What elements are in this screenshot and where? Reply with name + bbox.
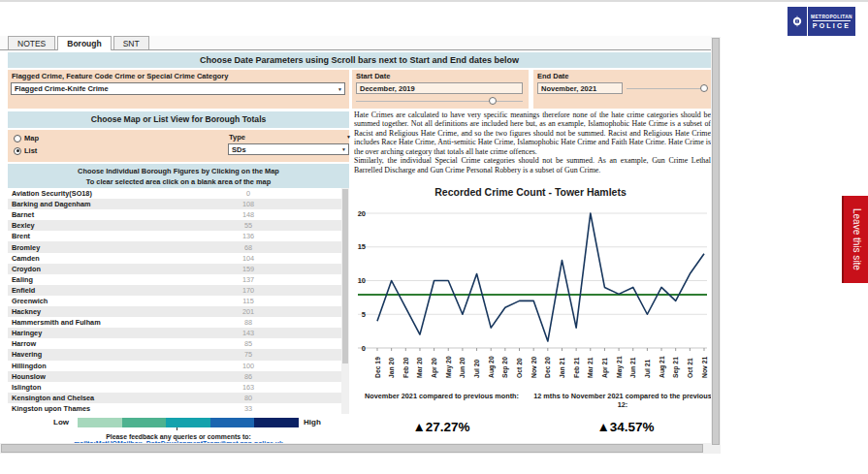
borough-value: 100 xyxy=(227,362,270,370)
legend-color-segment xyxy=(210,418,255,427)
table-row[interactable]: Greenwich115 xyxy=(8,296,341,306)
table-row[interactable]: Kingston upon Thames33 xyxy=(8,403,341,414)
view-section-header: Choose Map or List View for Borough Tota… xyxy=(8,111,349,128)
borough-value: 88 xyxy=(227,318,270,327)
svg-text:May 20: May 20 xyxy=(445,356,453,378)
borough-name: Haringey xyxy=(8,329,42,337)
legend-color-segment xyxy=(78,418,122,427)
svg-text:Feb 20: Feb 20 xyxy=(402,357,409,378)
table-row[interactable]: Bexley55 xyxy=(8,220,341,231)
start-date-input[interactable]: December, 2019 xyxy=(356,82,523,94)
svg-text:Oct 20: Oct 20 xyxy=(516,358,523,378)
borough-name: Croydon xyxy=(8,265,41,273)
svg-text:Dec 19: Dec 19 xyxy=(374,357,381,378)
map-instructions-header: Choose Individual Borough Figures by Cli… xyxy=(8,164,349,188)
table-row[interactable]: Haringey143 xyxy=(8,328,341,338)
borough-value: 201 xyxy=(227,307,270,316)
met-police-crest-icon xyxy=(788,7,808,36)
end-date-label: End Date xyxy=(537,72,569,80)
table-row[interactable]: Brent136 xyxy=(8,231,341,241)
table-row[interactable]: Aviation Security(SO18)0 xyxy=(8,188,341,199)
tab-bar: NOTESBoroughSNT xyxy=(0,36,711,50)
chart-title: Recorded Crime Count - Tower Hamlets xyxy=(350,186,711,198)
year-comparison-label: 12 mths to November 2021 compared to the… xyxy=(531,392,714,409)
legend-high-label: High xyxy=(304,418,321,427)
table-row[interactable]: Harrow85 xyxy=(8,338,341,349)
crime-count-line-chart: 05101520Dec 19Jan 20Feb 20Mar 20Apr 20Ma… xyxy=(350,201,711,395)
borough-list-scrollbar[interactable] xyxy=(341,188,349,414)
tab-borough[interactable]: Borough xyxy=(57,36,111,50)
svg-text:Jan 20: Jan 20 xyxy=(388,358,395,378)
table-row[interactable]: Hackney201 xyxy=(8,306,341,317)
svg-text:0: 0 xyxy=(362,344,366,353)
svg-text:Jul 21: Jul 21 xyxy=(644,360,651,378)
borough-value: 86 xyxy=(227,372,270,381)
borough-name: Greenwich xyxy=(8,297,48,305)
table-row[interactable]: Hillingdon100 xyxy=(8,361,341,371)
table-row[interactable]: Islington163 xyxy=(8,382,341,393)
legend-tick xyxy=(177,427,177,430)
table-row[interactable]: Kensington and Chelsea80 xyxy=(8,393,341,403)
scrollbar-thumb[interactable] xyxy=(342,189,348,363)
table-row[interactable]: Hounslow86 xyxy=(8,371,341,382)
radio-list[interactable] xyxy=(14,147,21,155)
svg-text:Jun 20: Jun 20 xyxy=(459,357,466,378)
svg-text:Oct 21: Oct 21 xyxy=(687,358,693,378)
end-date-panel: End Date November, 2021 xyxy=(533,70,711,109)
borough-name: Kensington and Chelsea xyxy=(8,394,94,402)
svg-text:Aug 20: Aug 20 xyxy=(488,356,496,378)
borough-value: 108 xyxy=(227,200,270,208)
table-row[interactable]: Havering75 xyxy=(8,349,341,360)
radio-map[interactable] xyxy=(14,135,21,142)
borough-name: Hackney xyxy=(8,307,41,316)
table-row[interactable]: Bromley68 xyxy=(8,241,341,252)
horizontal-scrollbar[interactable] xyxy=(0,443,711,454)
view-options-panel: Map List Type ▼ SDs ▼ xyxy=(8,130,349,162)
table-row[interactable]: Ealing137 xyxy=(8,274,341,285)
end-date-slider[interactable] xyxy=(627,84,706,93)
vertical-scrollbar[interactable] xyxy=(711,37,721,454)
table-row[interactable]: Camden104 xyxy=(8,253,341,264)
borough-value: 137 xyxy=(227,275,270,284)
borough-value: 75 xyxy=(227,350,270,359)
table-row[interactable]: Croydon159 xyxy=(8,264,341,274)
table-row[interactable]: Barking and Dagenham108 xyxy=(8,199,341,209)
radio-row-map[interactable]: Map xyxy=(14,134,39,142)
table-row[interactable]: Enfield170 xyxy=(8,285,341,296)
table-row[interactable]: Hammersmith and Fulham88 xyxy=(8,317,341,328)
legend-color-segment xyxy=(122,418,167,427)
borough-value: 0 xyxy=(227,189,270,198)
legend-color-segment xyxy=(254,418,299,427)
start-date-panel: Start Date December, 2019 xyxy=(352,70,529,109)
scrollbar-thumb[interactable] xyxy=(1,444,703,453)
type-dropdown-header[interactable]: Type ▼ xyxy=(229,133,345,142)
svg-text:Feb 21: Feb 21 xyxy=(573,357,580,378)
logo-text-police: POLICE xyxy=(813,20,851,29)
end-date-input[interactable]: November, 2021 xyxy=(537,82,623,94)
tab-notes[interactable]: NOTES xyxy=(8,36,55,49)
start-date-slider-track xyxy=(356,101,523,102)
borough-value: 115 xyxy=(227,297,270,305)
svg-text:Sep 21: Sep 21 xyxy=(672,357,680,378)
start-date-slider-handle[interactable] xyxy=(489,97,497,105)
borough-value: 170 xyxy=(227,286,270,295)
table-row[interactable]: Barnet148 xyxy=(8,209,341,220)
start-date-slider[interactable] xyxy=(356,97,523,106)
svg-text:Mar 20: Mar 20 xyxy=(416,357,423,378)
borough-name: Hounslow xyxy=(8,372,46,381)
end-date-slider-handle[interactable] xyxy=(700,84,708,92)
svg-text:20: 20 xyxy=(358,209,366,218)
radio-row-list[interactable]: List xyxy=(14,146,37,155)
svg-text:Apr 20: Apr 20 xyxy=(431,358,438,378)
borough-name: Ealing xyxy=(8,275,33,284)
tab-snt[interactable]: SNT xyxy=(113,36,149,49)
scrollbar-thumb[interactable] xyxy=(712,38,720,445)
svg-text:Nov 20: Nov 20 xyxy=(530,356,537,378)
feedback-text: Please feedback any queries or comments … xyxy=(106,433,251,440)
svg-text:Dec 20: Dec 20 xyxy=(544,357,551,378)
svg-text:May 21: May 21 xyxy=(616,356,624,378)
end-date-value: November, 2021 xyxy=(541,84,596,93)
crime-filter-dropdown[interactable]: Flagged Crime-Knife Crime ▼ xyxy=(11,82,345,95)
type-dropdown[interactable]: SDs ▼ xyxy=(228,143,349,155)
leave-this-site-button[interactable]: Leave this site xyxy=(842,196,868,283)
